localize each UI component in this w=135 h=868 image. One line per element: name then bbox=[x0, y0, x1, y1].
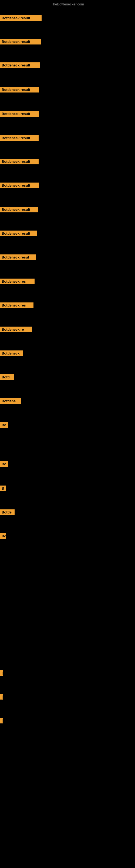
bottleneck-result-badge: Bottl bbox=[0, 374, 14, 380]
bottleneck-result-badge: Bo bbox=[0, 533, 6, 539]
bottleneck-result-badge: Bottleneck result bbox=[0, 207, 38, 212]
bottleneck-result-badge: Bottleneck bbox=[0, 350, 23, 356]
bottleneck-result-badge: Bottleneck result bbox=[0, 183, 39, 188]
bottleneck-result-badge: Bottleneck result bbox=[0, 39, 41, 44]
bottleneck-result-badge: Bottleneck result bbox=[0, 62, 40, 68]
bottleneck-result-badge: Bo bbox=[0, 422, 8, 428]
bottleneck-result-badge: Bottleneck re bbox=[0, 327, 32, 332]
bottleneck-result-badge: Bottleneck res bbox=[0, 279, 35, 284]
bottleneck-result-badge: Bottleneck resul bbox=[0, 254, 36, 260]
bottleneck-result-badge: | bbox=[0, 670, 3, 676]
bottleneck-result-badge: Bo bbox=[0, 461, 8, 467]
bottleneck-result-badge: Bottlene bbox=[0, 398, 21, 404]
bottleneck-result-badge: Bottleneck result bbox=[0, 15, 42, 21]
bottleneck-result-badge: B bbox=[0, 486, 6, 491]
bottleneck-result-badge: Bottleneck result bbox=[0, 135, 39, 141]
bottleneck-result-badge: Bottleneck res bbox=[0, 303, 34, 308]
bottleneck-result-badge: | bbox=[0, 718, 3, 723]
bottleneck-result-badge: Bottleneck result bbox=[0, 230, 37, 236]
bottleneck-result-badge: Bottle bbox=[0, 509, 14, 515]
bottleneck-result-badge: Bottleneck result bbox=[0, 111, 39, 117]
bottleneck-result-badge: Bottleneck result bbox=[0, 87, 39, 93]
bottleneck-result-badge: | bbox=[0, 694, 3, 700]
bottleneck-result-badge: Bottleneck result bbox=[0, 159, 39, 164]
site-title: TheBottlenecker.com bbox=[0, 2, 135, 6]
